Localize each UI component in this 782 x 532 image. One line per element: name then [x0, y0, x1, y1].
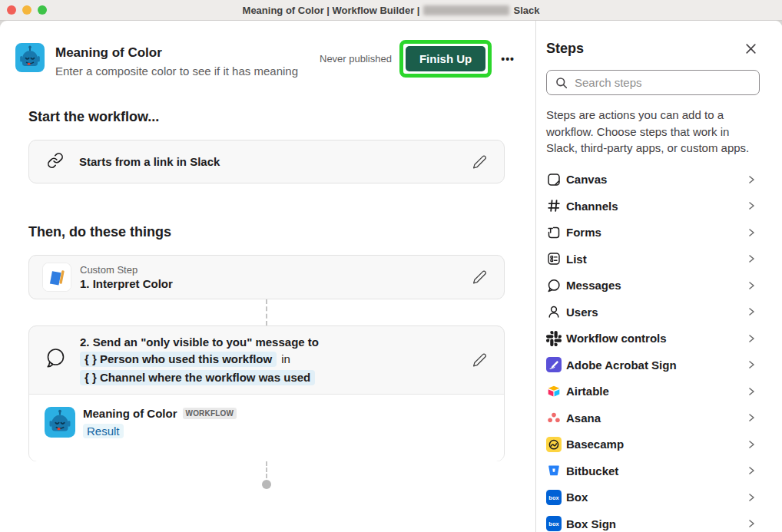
steps-item-canvas[interactable]: Canvas	[546, 167, 782, 193]
workflow-builder-window: Meaning of Color Enter a composite color…	[0, 21, 782, 532]
steps-section-heading: Then, do these things	[28, 224, 171, 240]
edit-step2-button[interactable]	[471, 352, 489, 369]
users-icon	[546, 304, 562, 319]
chevron-right-icon	[746, 253, 757, 264]
steps-item-users[interactable]: Users	[546, 299, 782, 325]
publish-status-text: Never published	[320, 53, 392, 64]
result-link[interactable]: Result	[83, 424, 124, 438]
finish-up-button[interactable]: Finish Up	[406, 46, 485, 71]
step2-connector-word: in	[281, 352, 290, 365]
adobe-acrobat-sign-icon	[546, 357, 562, 372]
chevron-right-icon	[746, 333, 757, 344]
trigger-section-heading: Start the workflow...	[28, 109, 159, 125]
chevron-right-icon	[746, 174, 757, 185]
custom-step-app-icon	[43, 263, 71, 291]
steps-item-basecamp[interactable]: Basecamp	[546, 431, 782, 458]
chevron-right-icon	[746, 280, 757, 291]
redacted-workspace-name	[423, 5, 509, 15]
chevron-right-icon	[746, 465, 757, 476]
steps-item-box[interactable]: box Box	[546, 484, 782, 511]
window-title-prefix: Meaning of Color | Workflow Builder |	[243, 5, 420, 16]
steps-panel-title: Steps	[546, 41, 584, 57]
zoom-window-button[interactable]	[38, 5, 47, 15]
asana-icon	[546, 410, 562, 425]
workflow-badge: WORKFLOW	[183, 408, 237, 419]
steps-item-list[interactable]: List	[546, 246, 782, 273]
trigger-card[interactable]: Starts from a link in Slack	[28, 140, 505, 183]
workflow-end-dot	[262, 480, 271, 489]
edit-step1-button[interactable]	[471, 269, 489, 286]
window-controls[interactable]	[7, 5, 47, 15]
step-card-interpret-color[interactable]: Custom Step 1. Interpret Color	[28, 255, 505, 299]
step-kind-label: Custom Step	[80, 264, 173, 276]
steps-item-workflow-controls[interactable]: Workflow controls	[546, 325, 782, 352]
more-options-button[interactable]: •••	[499, 51, 516, 67]
box-icon: box	[546, 490, 562, 505]
steps-item-box-sign[interactable]: box Box Sign	[546, 511, 782, 532]
step-card-send-message[interactable]: 2. Send an "only visible to you" message…	[28, 325, 505, 461]
chevron-right-icon	[746, 227, 757, 238]
list-icon	[546, 251, 562, 266]
workflow-controls-slack-icon	[546, 331, 562, 346]
steps-category-list: Canvas Channels Forms	[546, 167, 782, 532]
search-steps-input[interactable]	[546, 70, 760, 95]
link-icon	[47, 152, 64, 172]
preview-sender-name: Meaning of Color	[83, 407, 177, 420]
preview-workflow-avatar	[45, 407, 75, 438]
search-icon	[555, 76, 568, 93]
chevron-right-icon	[746, 386, 757, 397]
annotation-highlight-box: Finish Up	[399, 40, 492, 78]
trigger-label: Starts from a link in Slack	[79, 155, 220, 168]
chevron-right-icon	[746, 359, 757, 370]
chevron-right-icon	[746, 518, 757, 529]
steps-item-channels[interactable]: Channels	[546, 193, 782, 220]
screen: Meaning of Color | Workflow Builder | Sl…	[0, 0, 782, 532]
workflow-title: Meaning of Color	[55, 45, 162, 61]
box-sign-icon: box	[546, 516, 562, 531]
workflow-canvas: Meaning of Color Enter a composite color…	[0, 21, 535, 532]
svg-text:box: box	[548, 494, 559, 501]
chevron-right-icon	[746, 492, 757, 503]
channels-hash-icon	[546, 198, 562, 213]
message-preview: Meaning of Color WORKFLOW Result	[29, 395, 504, 461]
step1-title: 1. Interpret Color	[80, 277, 173, 290]
forms-icon	[546, 225, 562, 240]
chevron-right-icon	[746, 200, 757, 211]
edit-trigger-button[interactable]	[471, 153, 489, 170]
steps-item-asana[interactable]: Asana	[546, 405, 782, 431]
steps-item-forms[interactable]: Forms	[546, 220, 782, 246]
chevron-right-icon	[746, 439, 757, 450]
macos-titlebar: Meaning of Color | Workflow Builder | Sl…	[0, 0, 782, 21]
steps-item-messages[interactable]: Messages	[546, 273, 782, 299]
window-title: Meaning of Color | Workflow Builder | Sl…	[243, 5, 540, 16]
workflow-avatar	[15, 43, 45, 72]
step2-title: 2. Send an "only visible to you" message…	[80, 335, 319, 349]
step-connector-line	[266, 299, 267, 325]
message-bubble-icon	[45, 347, 68, 373]
window-title-suffix: Slack	[513, 5, 539, 16]
variable-chip-person[interactable]: { } Person who used this workflow	[80, 352, 277, 367]
close-window-button[interactable]	[7, 5, 16, 15]
steps-panel: Steps Steps are actions you can add to a…	[535, 21, 782, 532]
bitbucket-icon	[546, 463, 562, 478]
workflow-subtitle: Enter a composite color to see if it has…	[55, 64, 298, 78]
airtable-icon	[546, 384, 562, 399]
messages-icon	[546, 278, 562, 293]
chevron-right-icon	[746, 306, 757, 317]
minimize-window-button[interactable]	[22, 5, 31, 15]
steps-item-adobe-acrobat-sign[interactable]: Adobe Acrobat Sign	[546, 352, 782, 378]
variable-chip-channel[interactable]: { } Channel where the workflow was used	[80, 370, 315, 385]
chevron-right-icon	[746, 412, 757, 423]
close-panel-button[interactable]	[743, 41, 759, 57]
canvas-icon	[546, 172, 562, 187]
steps-item-airtable[interactable]: Airtable	[546, 378, 782, 405]
end-connector-line	[266, 461, 267, 478]
basecamp-icon	[546, 437, 562, 452]
svg-text:box: box	[548, 520, 559, 527]
steps-item-bitbucket[interactable]: Bitbucket	[546, 458, 782, 484]
steps-panel-description: Steps are actions you can add to a workf…	[546, 107, 762, 157]
